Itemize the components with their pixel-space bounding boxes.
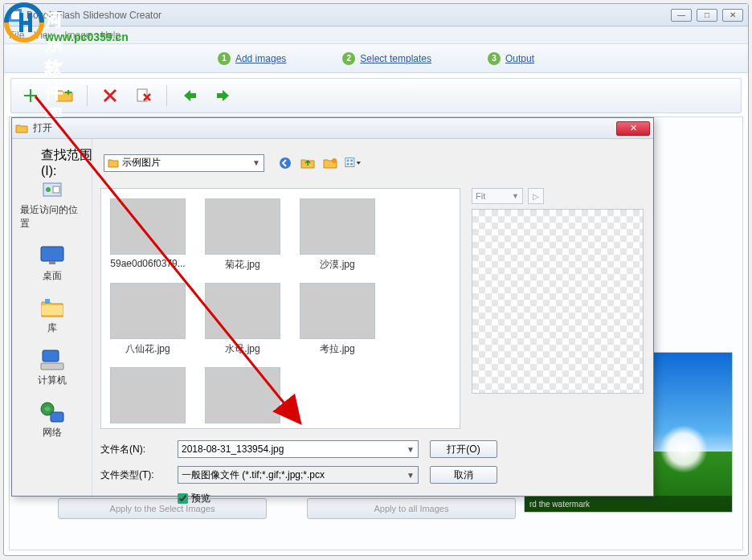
step-3-badge: 3 <box>488 52 501 65</box>
svg-rect-15 <box>41 363 63 370</box>
menu-image[interactable]: Image <box>64 30 91 41</box>
file-name: 菊花.jpg <box>202 258 283 272</box>
folder-up-icon <box>300 157 315 169</box>
preview-checkbox[interactable] <box>178 493 188 504</box>
place-label: 网络 <box>43 426 62 439</box>
svg-rect-24 <box>350 163 353 166</box>
file-type-combo[interactable]: 一般图像文件 (*.tif;*.gif;*.jpg;*.pcx ▼ <box>178 466 419 484</box>
dialog-main: 查找范围(I): 示例图片 ▼ 59ae0d06f0379... 菊花.jpg <box>92 139 653 496</box>
folder-open-icon <box>15 122 28 135</box>
file-item[interactable]: 沙漠.jpg <box>297 198 378 272</box>
dialog-title-bar: 打开 ✕ <box>12 118 653 139</box>
open-button[interactable]: 打开(O) <box>430 440 497 458</box>
step-2-badge: 2 <box>342 52 355 65</box>
chevron-down-icon: ▼ <box>512 192 519 200</box>
clear-button[interactable] <box>133 84 155 107</box>
chevron-down-icon: ▼ <box>407 445 415 454</box>
add-image-button[interactable] <box>19 84 42 107</box>
svg-rect-11 <box>49 261 55 264</box>
recent-places-icon <box>39 178 66 201</box>
step-add-images[interactable]: 1 Add images <box>218 52 286 65</box>
svg-rect-1 <box>11 11 19 19</box>
menu-view[interactable]: View <box>34 30 55 41</box>
nav-new-folder-button[interactable] <box>322 155 338 171</box>
play-button[interactable]: ▷ <box>528 188 544 204</box>
back-icon <box>279 157 292 170</box>
place-desktop[interactable]: 桌面 <box>20 243 84 283</box>
menu-bar: File View Image Help <box>4 27 748 44</box>
fit-combo[interactable]: Fit▼ <box>472 188 523 204</box>
file-name: 灯塔.jpg <box>108 427 188 429</box>
nav-back-button[interactable] <box>277 155 293 171</box>
bottom-form: 文件名(N): 2018-08-31_133954.jpg ▼ 打开(O) 文件… <box>100 440 644 484</box>
look-in-combo[interactable]: 示例图片 ▼ <box>104 154 264 172</box>
preview-pane: Fit▼ ▷ <box>472 188 644 429</box>
file-name: 企鹅.jpg <box>202 427 283 429</box>
file-type-value: 一般图像文件 (*.tif;*.gif;*.jpg;*.pcx <box>182 468 325 482</box>
menu-help[interactable]: Help <box>101 30 121 41</box>
step-select-templates[interactable]: 2 Select templates <box>342 52 431 65</box>
chevron-down-icon: ▼ <box>407 471 415 480</box>
add-folder-button[interactable] <box>53 84 76 107</box>
play-icon: ▷ <box>533 192 539 201</box>
preview-box <box>472 209 644 394</box>
svg-rect-20 <box>345 157 354 166</box>
svg-rect-10 <box>41 247 63 261</box>
svg-rect-13 <box>45 299 50 304</box>
place-network[interactable]: 网络 <box>20 400 84 439</box>
svg-point-18 <box>280 157 291 169</box>
file-item[interactable]: 企鹅.jpg <box>202 367 283 429</box>
place-computer[interactable]: 计算机 <box>20 348 84 387</box>
file-item[interactable]: 水母.jpg <box>202 283 283 356</box>
place-label: 计算机 <box>38 374 67 387</box>
close-button[interactable]: ✕ <box>722 9 743 22</box>
open-dialog: 打开 ✕ 最近访问的位置 桌面 库 计算机 网络 <box>11 117 654 497</box>
minimize-button[interactable]: — <box>671 9 692 22</box>
file-item[interactable]: 菊花.jpg <box>202 198 283 272</box>
file-list[interactable]: 59ae0d06f0379... 菊花.jpg 沙漠.jpg 八仙花.jpg 水… <box>100 188 460 429</box>
preview-check-label: 预览 <box>191 492 210 505</box>
file-item[interactable]: 灯塔.jpg <box>108 367 188 429</box>
arrow-left-icon <box>182 89 197 102</box>
place-libraries[interactable]: 库 <box>20 296 84 335</box>
cancel-button[interactable]: 取消 <box>430 466 497 484</box>
place-recent[interactable]: 最近访问的位置 <box>20 178 84 231</box>
file-item[interactable]: 八仙花.jpg <box>108 283 188 356</box>
file-item[interactable]: 59ae0d06f0379... <box>108 198 188 272</box>
file-name: 考拉.jpg <box>297 342 378 356</box>
svg-rect-14 <box>43 350 59 362</box>
window-title: Boxoft Flash Slideshow Creator <box>27 10 671 21</box>
dialog-close-button[interactable]: ✕ <box>616 121 650 136</box>
step-output[interactable]: 3 Output <box>488 52 534 65</box>
tool-bar <box>10 78 742 113</box>
fit-label: Fit <box>476 191 485 201</box>
file-name: 八仙花.jpg <box>108 342 188 356</box>
svg-rect-23 <box>347 163 349 166</box>
step-2-label: Select templates <box>360 53 431 64</box>
dialog-title: 打开 <box>33 121 616 135</box>
app-icon <box>9 9 22 22</box>
maximize-button[interactable]: □ <box>697 9 717 22</box>
file-name-value: 2018-08-31_133954.jpg <box>182 444 284 455</box>
next-button[interactable] <box>212 84 235 107</box>
new-folder-icon <box>323 157 337 169</box>
step-1-label: Add images <box>235 53 286 64</box>
place-label: 桌面 <box>43 269 62 283</box>
delete-button[interactable] <box>99 84 121 107</box>
separator <box>87 85 88 106</box>
step-bar: 1 Add images 2 Select templates 3 Output <box>4 44 748 73</box>
plus-icon <box>22 88 39 104</box>
look-in-label: 查找范围(I): <box>41 147 97 178</box>
file-name-combo[interactable]: 2018-08-31_133954.jpg ▼ <box>178 440 419 458</box>
prev-button[interactable] <box>178 84 201 107</box>
nav-up-button[interactable] <box>300 155 316 171</box>
clear-list-icon <box>136 88 152 104</box>
svg-point-19 <box>332 158 337 163</box>
nav-view-menu-button[interactable] <box>345 155 361 171</box>
step-3-label: Output <box>505 53 534 64</box>
file-name: 水母.jpg <box>202 342 283 356</box>
file-item[interactable]: 考拉.jpg <box>297 283 378 356</box>
look-in-value: 示例图片 <box>122 156 161 170</box>
menu-file[interactable]: File <box>9 30 24 41</box>
step-1-badge: 1 <box>218 52 231 65</box>
